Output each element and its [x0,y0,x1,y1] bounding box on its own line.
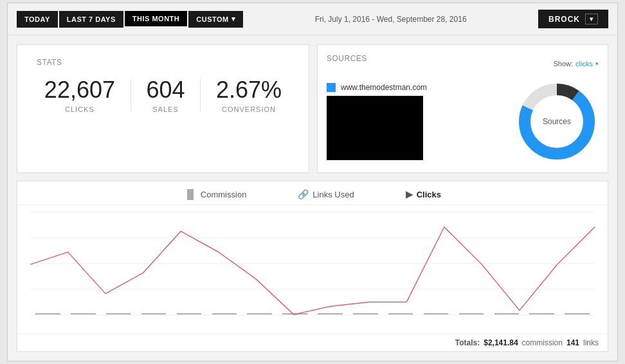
totals-bar: Totals: $2,141.84 commission 141 links [17,334,608,351]
tab-last7[interactable]: LAST 7 DAYS [59,11,123,28]
tab-commission[interactable]: ▐▌ Commission [184,188,246,201]
tab-custom[interactable]: CUSTOM ▾ [188,11,243,28]
totals-links: 141 [566,338,579,347]
main-content: Stats 22,607 CLICKS 604 SALES 2.67% CONV… [8,35,617,361]
user-name: BROCK [548,15,580,24]
stat-clicks: 22,607 CLICKS [44,77,115,113]
source-item: www.themodestman.com [327,83,509,92]
tab-links-used[interactable]: 🔗 Links Used [298,188,354,201]
conversion-value: 2.67% [216,77,282,103]
sources-header: Sources Show: clicks ▾ [327,54,599,73]
conversion-label: CONVERSION [216,105,282,113]
show-label: Show: [554,60,574,68]
cursor-icon: ▶ [406,189,413,199]
nav-tabs: TODAY LAST 7 DAYS THIS MONTH CUSTOM ▾ [17,11,243,28]
bar-chart-icon: ▐▌ [184,189,197,199]
top-panels: Stats 22,607 CLICKS 604 SALES 2.67% CONV… [17,44,608,173]
chart-section: ▐▌ Commission 🔗 Links Used ▶ Clicks [17,181,608,352]
stat-sales: 604 SALES [146,77,185,113]
totals-commission-desc: commission [522,338,563,347]
stat-divider-1 [131,79,131,111]
sources-title: Sources [327,54,367,63]
user-dropdown-arrow: ▾ [585,14,598,24]
top-bar: TODAY LAST 7 DAYS THIS MONTH CUSTOM ▾ Fr… [8,3,617,35]
links-label: Links Used [312,190,354,199]
stats-row: 22,607 CLICKS 604 SALES 2.67% CONVERSION [37,77,289,113]
chevron-down-icon: ▾ [231,15,236,23]
source-color-dot [327,83,336,92]
sources-list: www.themodestman.com [327,83,509,160]
stat-divider-2 [200,79,201,111]
clicks-tab-label: Clicks [417,190,441,199]
totals-label: Totals: [455,338,480,347]
chart-tabs: ▐▌ Commission 🔗 Links Used ▶ Clicks [17,181,608,205]
clicks-label: CLICKS [44,105,115,113]
show-dropdown[interactable]: Show: clicks ▾ [554,60,599,68]
tab-clicks[interactable]: ▶ Clicks [406,188,441,201]
commission-label: Commission [201,190,247,199]
chart-area [17,205,608,334]
stats-panel: Stats 22,607 CLICKS 604 SALES 2.67% CONV… [17,44,309,173]
tab-thismonth[interactable]: THIS MONTH [125,11,187,28]
app-container: TODAY LAST 7 DAYS THIS MONTH CUSTOM ▾ Fr… [7,3,618,361]
stat-conversion: 2.67% CONVERSION [216,77,282,113]
donut-label: Sources [543,117,571,126]
totals-links-desc: links [583,338,599,347]
clicks-value: 22,607 [44,77,115,103]
donut-chart: Sources [515,80,599,163]
link-icon: 🔗 [298,189,309,199]
grid-line [30,314,595,315]
date-range: Fri, July 1, 2016 - Wed, September 28, 2… [243,15,538,24]
show-value: clicks [575,60,593,68]
line-chart-svg [30,212,595,314]
stats-title: Stats [37,58,289,67]
tab-today[interactable]: TODAY [17,11,58,28]
sources-panel: Sources Show: clicks ▾ www.themodestman.… [317,44,608,173]
source-name: www.themodestman.com [341,83,427,92]
totals-commission: $2,141.84 [484,338,518,347]
source-image [327,96,423,160]
sources-body: www.themodestman.com [327,80,599,163]
sales-value: 604 [146,77,185,103]
user-dropdown-button[interactable]: BROCK ▾ [538,10,608,28]
sales-label: SALES [146,105,185,113]
show-chevron-icon: ▾ [595,60,599,67]
